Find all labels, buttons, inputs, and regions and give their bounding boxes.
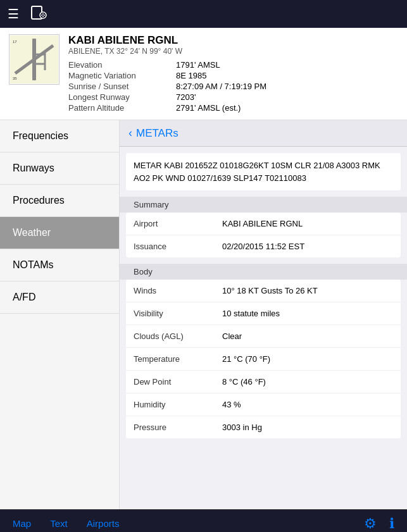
issuance-row-value: 02/20/2015 11:52 EST (222, 242, 393, 251)
pattern-label: Pattern Altitude (68, 103, 176, 113)
temperature-value: 21 °C (70 °F) (222, 354, 393, 364)
settings-gear-icon[interactable]: ⚙ (364, 516, 377, 532)
bottom-tab-bar: Map Text Airports ⚙ ℹ (0, 509, 407, 532)
top-bar: ☰ (0, 0, 407, 28)
sidebar-item-runways[interactable]: Runways (0, 152, 119, 185)
metar-header: ‹ METARs (120, 120, 407, 147)
svg-text:17: 17 (13, 40, 17, 44)
mag-var-value: 8E 1985 (176, 71, 206, 80)
temperature-label: Temperature (134, 354, 222, 364)
metar-raw-text: METAR KABI 201652Z 01018G26KT 10SM CLR 2… (126, 153, 401, 190)
bottom-icons: ⚙ ℹ (364, 516, 394, 532)
humidity-value: 43 % (222, 400, 393, 409)
airport-row-value: KABI ABILENE RGNL (222, 219, 393, 228)
sunrise-value: 8:27:09 AM / 7:19:19 PM (176, 82, 266, 91)
issuance-row-label: Issuance (134, 242, 222, 251)
tab-text[interactable]: Text (50, 518, 68, 529)
visibility-label: Visibility (134, 309, 222, 318)
body-header: Body (120, 264, 407, 280)
sidebar-item-frequencies[interactable]: Frequencies (0, 120, 119, 152)
tab-map[interactable]: Map (13, 518, 31, 529)
detail-row-humidity: Humidity 43 % (126, 393, 401, 416)
airport-info: KABI ABILENE RGNL ABILENE, TX 32° 24' N … (68, 34, 398, 113)
elevation-label: Elevation (68, 60, 176, 70)
menu-icon[interactable]: ☰ (8, 6, 19, 22)
metar-title[interactable]: METARs (136, 127, 178, 140)
info-icon[interactable]: ℹ (389, 516, 394, 532)
dewpoint-label: Dew Point (134, 377, 222, 387)
pressure-label: Pressure (134, 423, 222, 432)
svg-text:35: 35 (13, 77, 17, 80)
runway-value: 7203' (176, 92, 196, 102)
airport-diagram: 17 35 (9, 34, 59, 85)
detail-row-visibility: Visibility 10 statute miles (126, 302, 401, 325)
sidebar: Frequencies Runways Procedures Weather N… (0, 120, 120, 509)
runway-label: Longest Runway (68, 92, 176, 102)
tab-group: Map Text Airports (13, 518, 119, 529)
sidebar-item-notams[interactable]: NOTAMs (0, 249, 119, 281)
airport-location: ABILENE, TX 32° 24' N 99° 40' W (68, 47, 398, 56)
detail-row-issuance: Issuance 02/20/2015 11:52 EST (126, 235, 401, 257)
sidebar-item-afd[interactable]: A/FD (0, 281, 119, 314)
detail-row-airport: Airport KABI ABILENE RGNL (126, 213, 401, 235)
back-arrow-icon[interactable]: ‹ (128, 127, 132, 140)
svg-point-1 (40, 12, 46, 18)
visibility-value: 10 statute miles (222, 309, 393, 318)
sidebar-item-weather[interactable]: Weather (0, 217, 119, 249)
detail-row-winds: Winds 10° 18 KT Gusts To 26 KT (126, 280, 401, 302)
airport-name: KABI ABILENE RGNL (68, 34, 398, 47)
main-content: Frequencies Runways Procedures Weather N… (0, 120, 407, 509)
sidebar-item-procedures[interactable]: Procedures (0, 185, 119, 217)
sunrise-label: Sunrise / Sunset (68, 82, 176, 91)
pressure-value: 3003 in Hg (222, 423, 393, 432)
humidity-label: Humidity (134, 400, 222, 409)
airport-row-label: Airport (134, 219, 222, 228)
dewpoint-value: 8 °C (46 °F) (222, 377, 393, 387)
summary-table: Airport KABI ABILENE RGNL Issuance 02/20… (126, 213, 401, 257)
winds-value: 10° 18 KT Gusts To 26 KT (222, 286, 393, 295)
detail-row-clouds: Clouds (AGL) Clear (126, 325, 401, 348)
detail-row-pressure: Pressure 3003 in Hg (126, 416, 401, 438)
device-settings-icon[interactable] (29, 4, 47, 25)
mag-var-label: Magnetic Variation (68, 71, 176, 80)
tab-airports[interactable]: Airports (87, 518, 120, 529)
summary-section: Summary Airport KABI ABILENE RGNL Issuan… (120, 197, 407, 257)
clouds-value: Clear (222, 331, 393, 341)
elevation-value: 1791' AMSL (176, 60, 220, 70)
summary-header: Summary (120, 197, 407, 213)
body-section: Body Winds 10° 18 KT Gusts To 26 KT Visi… (120, 264, 407, 438)
winds-label: Winds (134, 286, 222, 295)
body-table: Winds 10° 18 KT Gusts To 26 KT Visibilit… (126, 280, 401, 438)
airport-header: 17 35 KABI ABILENE RGNL ABILENE, TX 32° … (0, 28, 407, 120)
pattern-value: 2791' AMSL (est.) (176, 103, 241, 113)
detail-row-temperature: Temperature 21 °C (70 °F) (126, 348, 401, 371)
detail-row-dewpoint: Dew Point 8 °C (46 °F) (126, 371, 401, 393)
content-panel: ‹ METARs METAR KABI 201652Z 01018G26KT 1… (120, 120, 407, 509)
airport-details-table: Elevation 1791' AMSL Magnetic Variation … (68, 59, 398, 113)
clouds-label: Clouds (AGL) (134, 331, 222, 341)
